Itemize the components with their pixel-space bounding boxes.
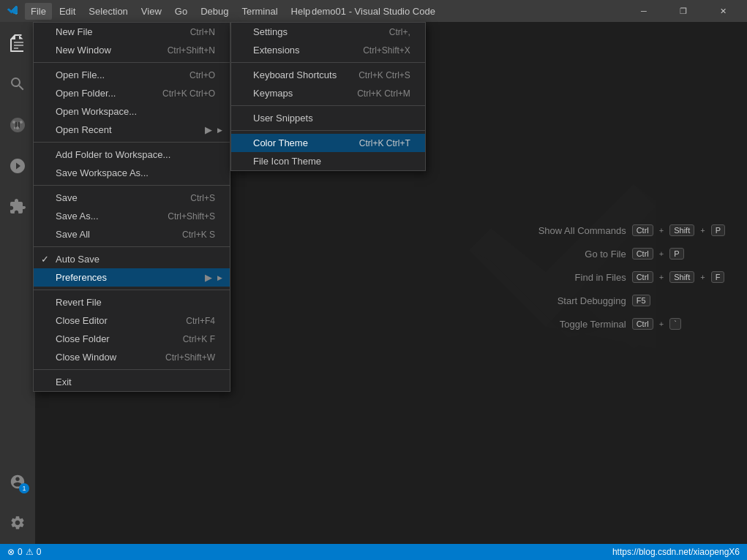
shortcut-label: Toggle Terminal bbox=[531, 319, 626, 330]
kbd-shift: Shift bbox=[669, 224, 694, 236]
menu-debug[interactable]: Debug bbox=[195, 3, 234, 20]
separator bbox=[34, 62, 230, 63]
pref-extensions[interactable]: Extensions Ctrl+Shift+X bbox=[231, 41, 425, 59]
separator bbox=[34, 142, 230, 143]
menu-go[interactable]: Go bbox=[169, 3, 193, 20]
activity-bar-bottom: 1 bbox=[0, 464, 35, 544]
pref-file-icon-theme[interactable]: File Icon Theme bbox=[231, 152, 425, 170]
menu-save-all[interactable]: Save All Ctrl+K S bbox=[34, 225, 230, 243]
menu-bar: File Edit Selection View Go Debug Termin… bbox=[25, 3, 316, 20]
menu-save-as[interactable]: Save As... Ctrl+Shift+S bbox=[34, 207, 230, 225]
menu-edit[interactable]: Edit bbox=[53, 3, 81, 20]
activity-settings[interactable] bbox=[0, 505, 35, 540]
menu-close-window[interactable]: Close Window Ctrl+Shift+W bbox=[34, 348, 230, 366]
shortcut-goto-file: Go to File Ctrl + P bbox=[531, 248, 725, 260]
separator bbox=[34, 246, 230, 247]
kbd-ctrl: Ctrl bbox=[632, 271, 653, 283]
menu-auto-save[interactable]: ✓ Auto Save bbox=[34, 250, 230, 268]
status-url: https://blog.csdn.net/xiaopengX6 bbox=[612, 547, 740, 557]
submenu-arrow: ▶ bbox=[205, 124, 212, 135]
separator bbox=[231, 130, 425, 131]
shortcut-all-commands: Show All Commands Ctrl + Shift + P bbox=[531, 224, 725, 236]
window-controls: ─ ❐ ✕ bbox=[627, 0, 740, 22]
menu-selection[interactable]: Selection bbox=[83, 3, 133, 20]
maximize-button[interactable]: ❐ bbox=[667, 0, 700, 22]
menu-open-folder[interactable]: Open Folder... Ctrl+K Ctrl+O bbox=[34, 84, 230, 102]
separator bbox=[34, 290, 230, 290]
activity-explorer[interactable] bbox=[0, 26, 35, 61]
kbd-ctrl: Ctrl bbox=[632, 318, 653, 330]
menu-new-window[interactable]: New Window Ctrl+Shift+N bbox=[34, 41, 230, 59]
menu-open-workspace[interactable]: Open Workspace... bbox=[34, 102, 230, 121]
separator bbox=[231, 62, 425, 63]
shortcut-label: Start Debugging bbox=[531, 295, 626, 306]
separator bbox=[34, 185, 230, 186]
close-button[interactable]: ✕ bbox=[706, 0, 740, 22]
shortcut-toggle-terminal: Toggle Terminal Ctrl + ` bbox=[531, 318, 725, 330]
title-bar: File Edit Selection View Go Debug Termin… bbox=[0, 0, 747, 22]
accounts-badge: 1 bbox=[19, 483, 29, 493]
menu-view[interactable]: View bbox=[135, 3, 168, 20]
minimize-button[interactable]: ─ bbox=[627, 0, 661, 22]
pref-settings[interactable]: Settings Ctrl+, bbox=[231, 23, 425, 41]
shortcut-label: Find in Files bbox=[531, 272, 626, 283]
pref-keyboard-shortcuts[interactable]: Keyboard Shortcuts Ctrl+K Ctrl+S bbox=[231, 66, 425, 84]
shortcut-label: Show All Commands bbox=[531, 225, 626, 236]
menu-open-file[interactable]: Open File... Ctrl+O bbox=[34, 66, 230, 84]
activity-bar: 1 bbox=[0, 22, 35, 544]
warning-icon: ⚠ bbox=[26, 547, 34, 557]
menu-revert-file[interactable]: Revert File bbox=[34, 293, 230, 311]
menu-terminal[interactable]: Terminal bbox=[236, 3, 283, 20]
pref-keymaps[interactable]: Keymaps Ctrl+K Ctrl+M bbox=[231, 84, 425, 102]
activity-source-control[interactable] bbox=[0, 107, 35, 143]
status-bar: ⊗ 0 ⚠ 0 https://blog.csdn.net/xiaopengX6 bbox=[0, 544, 747, 560]
shortcut-find-files: Find in Files Ctrl + Shift + F bbox=[531, 271, 725, 283]
error-count: 0 bbox=[18, 547, 23, 557]
menu-exit[interactable]: Exit bbox=[34, 373, 230, 391]
kbd-p: P bbox=[669, 248, 683, 260]
activity-search[interactable] bbox=[0, 67, 35, 102]
separator bbox=[231, 105, 425, 106]
menu-save[interactable]: Save Ctrl+S bbox=[34, 189, 230, 207]
menu-close-folder[interactable]: Close Folder Ctrl+K F bbox=[34, 330, 230, 348]
title-bar-left: File Edit Selection View Go Debug Termin… bbox=[7, 3, 316, 20]
window-title: demo01 - Visual Studio Code bbox=[312, 6, 435, 17]
shortcut-label: Go to File bbox=[531, 249, 626, 260]
menu-preferences[interactable]: Preferences ▶ bbox=[34, 268, 230, 287]
menu-add-folder[interactable]: Add Folder to Workspace... bbox=[34, 145, 230, 164]
kbd-ctrl: Ctrl bbox=[632, 224, 653, 236]
shortcut-start-debugging: Start Debugging F5 bbox=[531, 295, 725, 306]
activity-extensions[interactable] bbox=[0, 189, 35, 224]
menu-close-editor[interactable]: Close Editor Ctrl+F4 bbox=[34, 311, 230, 330]
pref-color-theme[interactable]: Color Theme Ctrl+K Ctrl+T bbox=[231, 134, 425, 152]
kbd-shift: Shift bbox=[669, 271, 694, 283]
check-icon: ✓ bbox=[41, 254, 49, 265]
kbd-p: P bbox=[711, 224, 725, 236]
kbd-f5: F5 bbox=[632, 295, 650, 306]
kbd-ctrl: Ctrl bbox=[632, 248, 653, 260]
status-errors[interactable]: ⊗ 0 ⚠ 0 bbox=[7, 547, 41, 557]
app-icon bbox=[7, 5, 19, 17]
welcome-panel: Show All Commands Ctrl + Shift + P Go to… bbox=[531, 224, 725, 341]
preferences-submenu-dropdown: Settings Ctrl+, Extensions Ctrl+Shift+X … bbox=[230, 22, 426, 171]
warning-count: 0 bbox=[37, 547, 42, 557]
menu-save-workspace-as[interactable]: Save Workspace As... bbox=[34, 164, 230, 182]
error-icon: ⊗ bbox=[7, 547, 15, 557]
activity-debug[interactable] bbox=[0, 148, 35, 183]
menu-open-recent[interactable]: Open Recent ▶ bbox=[34, 121, 230, 139]
separator bbox=[34, 369, 230, 370]
submenu-arrow-preferences: ▶ bbox=[205, 272, 212, 283]
activity-accounts[interactable]: 1 bbox=[0, 464, 35, 499]
file-menu-dropdown: New File Ctrl+N New Window Ctrl+Shift+N … bbox=[33, 22, 230, 392]
menu-new-file[interactable]: New File Ctrl+N bbox=[34, 23, 230, 41]
kbd-backtick: ` bbox=[669, 318, 681, 330]
pref-user-snippets[interactable]: User Snippets bbox=[231, 109, 425, 127]
kbd-f: F bbox=[711, 271, 725, 283]
menu-file[interactable]: File bbox=[25, 3, 52, 20]
